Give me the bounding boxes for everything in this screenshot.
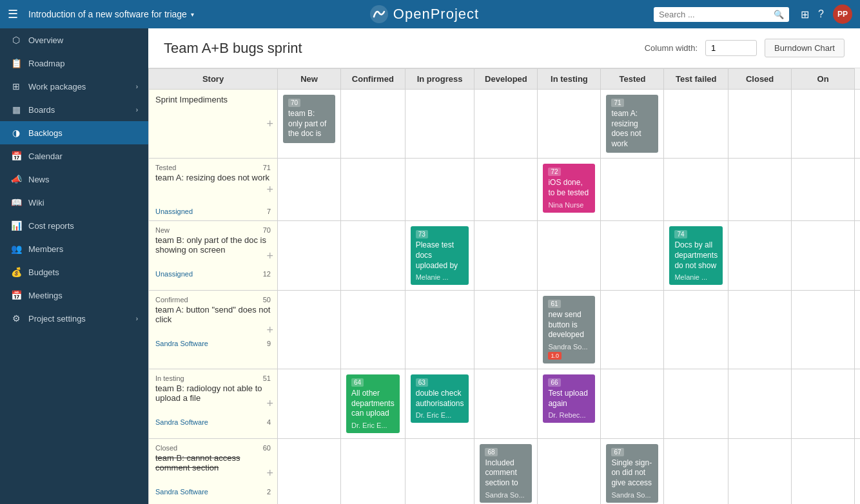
sidebar-item-label-cost-reports: Cost reports bbox=[28, 221, 74, 231]
card-68[interactable]: 68Included comment section toSandra So..… bbox=[480, 444, 532, 503]
boards-icon: ▦ bbox=[10, 104, 22, 115]
board-cell-on bbox=[792, 291, 855, 369]
board-cell-closed bbox=[728, 369, 792, 438]
board-cell-new bbox=[278, 291, 341, 369]
story-add-button[interactable]: + bbox=[266, 183, 273, 197]
column-header-in-progress: In progress bbox=[405, 69, 474, 90]
members-icon: 👥 bbox=[10, 244, 22, 254]
story-title[interactable]: team B: only part of the doc is showing … bbox=[155, 235, 271, 266]
sidebar-item-label-budgets: Budgets bbox=[28, 267, 59, 277]
column-width-input[interactable] bbox=[705, 40, 757, 56]
story-cell: In testing51team B: radiology not able t… bbox=[149, 369, 278, 438]
card-73[interactable]: 73Please test docs uploaded byMelanie ..… bbox=[411, 226, 469, 285]
card-66[interactable]: 66Test upload againDr. Rebec... bbox=[543, 374, 595, 423]
story-cell: Closed60team B: cannot access comment se… bbox=[149, 438, 278, 504]
card-72[interactable]: 72iOS done, to be testedNina Nurse bbox=[543, 164, 595, 212]
board-row: Closed60team B: cannot access comment se… bbox=[149, 438, 861, 504]
sidebar-item-label-members: Members bbox=[28, 244, 63, 254]
board-cell-test_failed bbox=[664, 291, 728, 369]
story-add-button[interactable]: + bbox=[266, 117, 273, 131]
backlogs-icon: ◑ bbox=[10, 128, 22, 138]
sidebar-item-calendar[interactable]: 📅Calendar bbox=[0, 144, 148, 168]
sidebar-item-work-packages[interactable]: ⊞Work packages› bbox=[0, 75, 148, 98]
budgets-icon: 💰 bbox=[10, 267, 22, 277]
card-71[interactable]: 71team A: resizing does not work bbox=[606, 95, 658, 153]
help-icon[interactable]: ? bbox=[818, 8, 824, 20]
board-cell-developed bbox=[474, 159, 538, 221]
board-row: In testing51team B: radiology not able t… bbox=[149, 369, 861, 438]
search-input[interactable] bbox=[659, 10, 770, 19]
board-cell-developed bbox=[474, 90, 538, 159]
board-cell-closed bbox=[728, 221, 792, 291]
story-add-button[interactable]: + bbox=[266, 467, 273, 480]
card-74[interactable]: 74Docs by all departments do not showMel… bbox=[669, 226, 723, 285]
story-title[interactable]: team A: button "send" does not click bbox=[155, 305, 271, 336]
board-cell-confirmed bbox=[341, 90, 406, 159]
board-cell-developed bbox=[474, 221, 538, 291]
project-name[interactable]: Introduction of a new software for triag… bbox=[28, 9, 194, 19]
board-cell-test_failed bbox=[664, 369, 728, 438]
sidebar-item-budgets[interactable]: 💰Budgets bbox=[0, 260, 148, 284]
sidebar-item-meetings[interactable]: 📅Meetings bbox=[0, 284, 148, 307]
board-cell-developed bbox=[474, 291, 538, 369]
card-70[interactable]: 70team B: only part of the doc is bbox=[283, 95, 335, 143]
board-cell-on bbox=[855, 90, 860, 159]
meetings-icon: 📅 bbox=[10, 290, 22, 300]
sidebar-item-backlogs[interactable]: ◑Backlogs bbox=[0, 121, 148, 144]
main-content: Team A+B bugs sprint Column width: Burnd… bbox=[148, 28, 860, 504]
card-67[interactable]: 67Single sign-on did not give accessSand… bbox=[606, 444, 658, 503]
board-row: Tested71team A: resizing does not workUn… bbox=[149, 159, 861, 221]
card-61[interactable]: 61new send button is developedSandra So.… bbox=[543, 296, 595, 363]
column-header-test-failed: Test failed bbox=[664, 69, 728, 90]
cost-reports-icon: 📊 bbox=[10, 220, 22, 231]
story-title[interactable]: team A: resizing does not work bbox=[155, 173, 271, 204]
card-64[interactable]: 64All other departments can uploadDr. Er… bbox=[346, 374, 400, 433]
sidebar-item-label-roadmap: Roadmap bbox=[28, 59, 64, 68]
column-width-label: Column width: bbox=[645, 43, 698, 53]
board-cell-on bbox=[855, 369, 860, 438]
sidebar-arrow-icon: › bbox=[136, 83, 138, 90]
sidebar-item-label-backlogs: Backlogs bbox=[28, 128, 63, 138]
board-cell-tested: 67Single sign-on did not give accessSand… bbox=[601, 438, 664, 504]
board-cell-developed bbox=[474, 369, 538, 438]
hamburger-menu-icon[interactable]: ☰ bbox=[8, 7, 18, 21]
story-title[interactable]: team B: radiology not able to upload a f… bbox=[155, 383, 271, 414]
board-cell-closed bbox=[728, 159, 792, 221]
sidebar-item-label-overview: Overview bbox=[28, 35, 63, 45]
board-cell-on bbox=[792, 90, 855, 159]
board-cell-on bbox=[792, 221, 855, 291]
page-header: Team A+B bugs sprint Column width: Burnd… bbox=[148, 28, 860, 68]
sidebar-item-news[interactable]: 📣News bbox=[0, 168, 148, 191]
search-box[interactable]: 🔍 bbox=[654, 7, 789, 22]
sidebar-item-boards[interactable]: ▦Boards› bbox=[0, 98, 148, 121]
story-add-button[interactable]: + bbox=[266, 323, 273, 336]
story-title[interactable]: team B: cannot access comment section bbox=[155, 453, 271, 484]
roadmap-icon: 📋 bbox=[10, 58, 22, 68]
burndown-chart-button[interactable]: Burndown Chart bbox=[765, 39, 845, 57]
grid-icon[interactable]: ⊞ bbox=[801, 8, 809, 21]
board-cell-tested: 71team A: resizing does not work bbox=[601, 90, 664, 159]
story-add-button[interactable]: + bbox=[266, 249, 273, 262]
sidebar-item-wiki[interactable]: 📖Wiki bbox=[0, 191, 148, 214]
sidebar-item-members[interactable]: 👥Members bbox=[0, 237, 148, 260]
board-cell-in_progress: 73Please test docs uploaded byMelanie ..… bbox=[405, 221, 474, 291]
app-logo: OpenProject bbox=[369, 4, 479, 24]
board-cell-on bbox=[792, 369, 855, 438]
story-cell: Sprint Impediments+ bbox=[149, 90, 278, 159]
board-row: Confirmed50team A: button "send" does no… bbox=[149, 291, 861, 369]
card-63[interactable]: 63double check authorisationsDr. Eric E.… bbox=[411, 374, 469, 423]
sidebar-item-project-settings[interactable]: ⚙Project settings› bbox=[0, 307, 148, 330]
board-cell-in_testing bbox=[538, 438, 601, 504]
sidebar-item-overview[interactable]: ⬡Overview bbox=[0, 28, 148, 52]
user-avatar[interactable]: PP bbox=[833, 5, 852, 24]
column-header-developed: Developed bbox=[474, 69, 538, 90]
news-icon: 📣 bbox=[10, 174, 22, 184]
board-cell-tested bbox=[601, 159, 664, 221]
story-title[interactable]: Sprint Impediments bbox=[155, 95, 271, 142]
story-add-button[interactable]: + bbox=[266, 397, 273, 411]
sidebar-item-roadmap[interactable]: 📋Roadmap bbox=[0, 52, 148, 75]
column-header-story: Story bbox=[149, 69, 278, 90]
page-title: Team A+B bugs sprint bbox=[164, 40, 302, 57]
sidebar-item-cost-reports[interactable]: 📊Cost reports bbox=[0, 214, 148, 237]
board-cell-on bbox=[855, 438, 860, 504]
